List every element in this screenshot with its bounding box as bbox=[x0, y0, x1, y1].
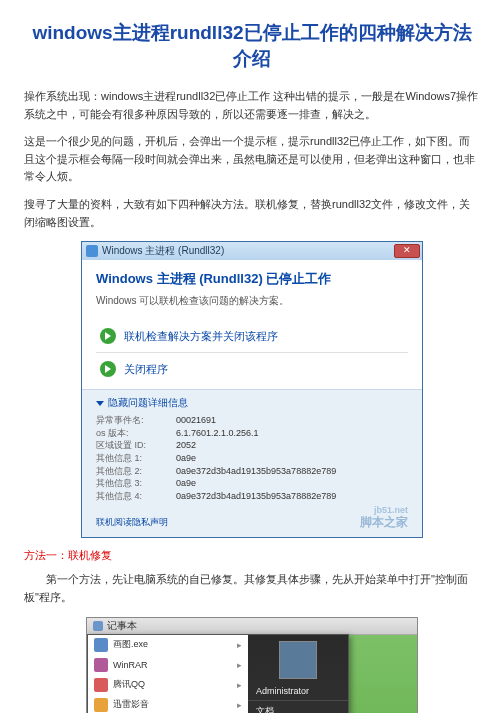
detail-row: 异常事件名:00021691 bbox=[96, 414, 408, 427]
detail-row: os 版本:6.1.7601.2.1.0.256.1 bbox=[96, 427, 408, 440]
arrow-icon bbox=[100, 361, 116, 377]
app-icon bbox=[94, 698, 108, 712]
start-menu: 画图.exe▸WinRAR▸腾讯QQ▸迅雷影音▸极点▸Microsoft Off… bbox=[87, 634, 349, 713]
privacy-link[interactable]: 联机阅读隐私声明 bbox=[96, 516, 168, 529]
details-toggle[interactable]: 隐藏问题详细信息 bbox=[96, 396, 408, 410]
start-menu-right-item[interactable]: 文档 bbox=[248, 702, 348, 713]
start-menu-app[interactable]: 腾讯QQ▸ bbox=[88, 675, 248, 695]
screenshot-start-menu: 记事本 画图.exe▸WinRAR▸腾讯QQ▸迅雷影音▸极点▸Microsoft… bbox=[86, 617, 418, 713]
action-online-check[interactable]: 联机检查解决方案并关闭该程序 bbox=[96, 322, 408, 350]
start-menu-left: 画图.exe▸WinRAR▸腾讯QQ▸迅雷影音▸极点▸Microsoft Off… bbox=[88, 635, 248, 713]
dialog-window-title: Windows 主进程 (Rundll32) bbox=[102, 244, 224, 258]
close-icon[interactable]: ✕ bbox=[394, 244, 420, 258]
detail-row: 其他信息 3:0a9e bbox=[96, 477, 408, 490]
user-avatar[interactable] bbox=[279, 641, 317, 679]
app-icon bbox=[94, 678, 108, 692]
detail-row: 其他信息 2:0a9e372d3b4ad19135b953a78882e789 bbox=[96, 465, 408, 478]
app-icon bbox=[94, 638, 108, 652]
method-1-heading: 方法一：联机修复 bbox=[24, 548, 480, 563]
detail-row: 其他信息 4:0a9e372d3b4ad19135b953a78882e789 bbox=[96, 490, 408, 503]
action-online-check-label: 联机检查解决方案并关闭该程序 bbox=[124, 329, 278, 344]
start-menu-app[interactable]: 迅雷影音▸ bbox=[88, 695, 248, 713]
page-title: windows主进程rundll32已停止工作的四种解决方法介绍 bbox=[24, 20, 480, 72]
start-menu-app[interactable]: WinRAR▸ bbox=[88, 655, 248, 675]
action-close-program-label: 关闭程序 bbox=[124, 362, 168, 377]
screenshot-error-dialog: Windows 主进程 (Rundll32) ✕ Windows 主进程 (Ru… bbox=[81, 241, 423, 538]
app-icon bbox=[94, 658, 108, 672]
paragraph-2: 这是一个很少见的问题，开机后，会弹出一个提示框，提示rundll32已停止工作，… bbox=[24, 133, 480, 186]
dialog-titlebar: Windows 主进程 (Rundll32) ✕ bbox=[82, 242, 422, 260]
watermark-text: 脚本之家 bbox=[360, 516, 408, 529]
user-name[interactable]: Administrator bbox=[248, 683, 348, 699]
detail-row: 其他信息 1:0a9e bbox=[96, 452, 408, 465]
notepad-icon bbox=[93, 621, 103, 631]
window-toolbar-label: 记事本 bbox=[107, 619, 137, 633]
paragraph-1: 操作系统出现：windows主进程rundll32已停止工作 这种出错的提示，一… bbox=[24, 88, 480, 123]
arrow-icon bbox=[100, 328, 116, 344]
watermark: jb51.net 脚本之家 bbox=[360, 506, 408, 529]
start-menu-right: Administrator 文档图片音乐计算机 控制面板 设备和打印机 关机▸ bbox=[248, 635, 348, 713]
action-close-program[interactable]: 关闭程序 bbox=[96, 355, 408, 383]
window-toolbar: 记事本 bbox=[87, 618, 417, 635]
detail-row: 区域设置 ID:2052 bbox=[96, 439, 408, 452]
app-icon bbox=[86, 245, 98, 257]
method-1-step-1: 第一个方法，先让电脑系统的自已修复。其修复具体步骤，先从开始菜单中打开"控制面板… bbox=[24, 571, 480, 606]
paragraph-3: 搜寻了大量的资料，大致有如下四种解决方法。联机修复，替换rundll32文件，修… bbox=[24, 196, 480, 231]
dialog-heading: Windows 主进程 (Rundll32) 已停止工作 bbox=[96, 270, 408, 288]
dialog-subheading: Windows 可以联机检查该问题的解决方案。 bbox=[96, 294, 408, 308]
start-menu-app[interactable]: 画图.exe▸ bbox=[88, 635, 248, 655]
